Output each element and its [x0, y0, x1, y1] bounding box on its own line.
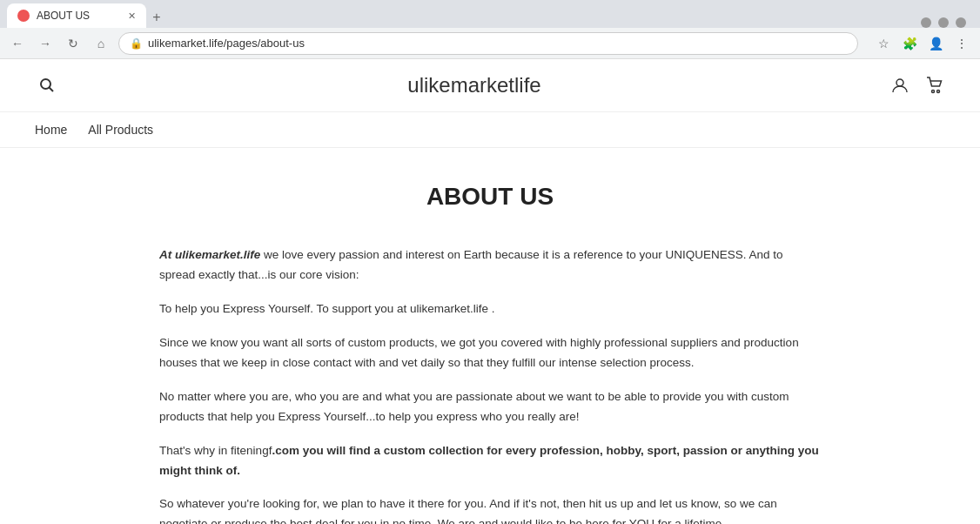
- site-nav: Home All Products: [0, 112, 980, 148]
- url-text: ulikemarket.life/pages/about-us: [148, 37, 305, 50]
- new-tab-button[interactable]: +: [146, 7, 167, 28]
- cart-icon[interactable]: [924, 75, 945, 96]
- site-title: ulikemarketlife: [59, 73, 889, 97]
- page-title: ABOUT US: [159, 183, 821, 211]
- account-icon[interactable]: [889, 75, 910, 96]
- back-button[interactable]: ←: [7, 33, 28, 54]
- paragraph-3: Since we know you want all sorts of cust…: [159, 333, 821, 373]
- address-bar-row: ← → ↻ ⌂ 🔒 ulikemarket.life/pages/about-u…: [0, 28, 980, 59]
- extension-icon[interactable]: 🧩: [898, 32, 921, 55]
- page-content: ulikemarketlife Home All Products ABOUT: [0, 59, 980, 524]
- search-button[interactable]: [35, 73, 59, 97]
- active-tab[interactable]: ABOUT US ✕: [7, 3, 146, 28]
- paragraph-4: No matter where you are, who you are and…: [159, 387, 821, 427]
- tab-close-button[interactable]: ✕: [128, 10, 136, 22]
- main-content: ABOUT US At ulikemarket.life we love eve…: [55, 148, 925, 524]
- paragraph-2: To help you Express Yourself. To support…: [159, 299, 821, 319]
- forward-button[interactable]: →: [35, 33, 56, 54]
- url-bar[interactable]: 🔒 ulikemarket.life/pages/about-us: [118, 32, 858, 55]
- home-button[interactable]: ⌂: [91, 33, 111, 54]
- lock-icon: 🔒: [130, 37, 143, 50]
- bookmark-star-icon[interactable]: ☆: [872, 32, 895, 55]
- svg-point-5: [937, 91, 940, 93]
- site-header: ulikemarketlife: [0, 59, 980, 112]
- nav-home[interactable]: Home: [35, 119, 67, 140]
- header-right: [889, 75, 945, 96]
- browser-tab-bar: ABOUT US ✕ +: [0, 0, 980, 28]
- refresh-button[interactable]: ↻: [63, 33, 84, 54]
- svg-point-4: [932, 91, 935, 93]
- nav-all-products[interactable]: All Products: [88, 119, 153, 140]
- svg-point-0: [19, 11, 28, 20]
- paragraph-1: At ulikemarket.life we love every passio…: [159, 245, 821, 286]
- tab-favicon: [17, 10, 30, 22]
- window-close-button[interactable]: [956, 17, 966, 28]
- header-left: [35, 73, 59, 97]
- profile-switcher-icon[interactable]: 👤: [924, 32, 947, 55]
- svg-point-3: [896, 79, 903, 86]
- paragraph-5: That's why in fiteningf.com you will fin…: [159, 441, 821, 481]
- window-minimize-button[interactable]: [921, 17, 931, 28]
- svg-point-1: [41, 79, 50, 89]
- tab-title: ABOUT US: [37, 10, 90, 22]
- paragraph-6: So whatever you're looking for, we plan …: [159, 494, 821, 524]
- more-options-icon[interactable]: ⋮: [950, 32, 973, 55]
- window-maximize-button[interactable]: [938, 17, 949, 28]
- svg-line-2: [50, 88, 54, 92]
- toolbar-icons: ☆ 🧩 👤 ⋮: [872, 32, 973, 55]
